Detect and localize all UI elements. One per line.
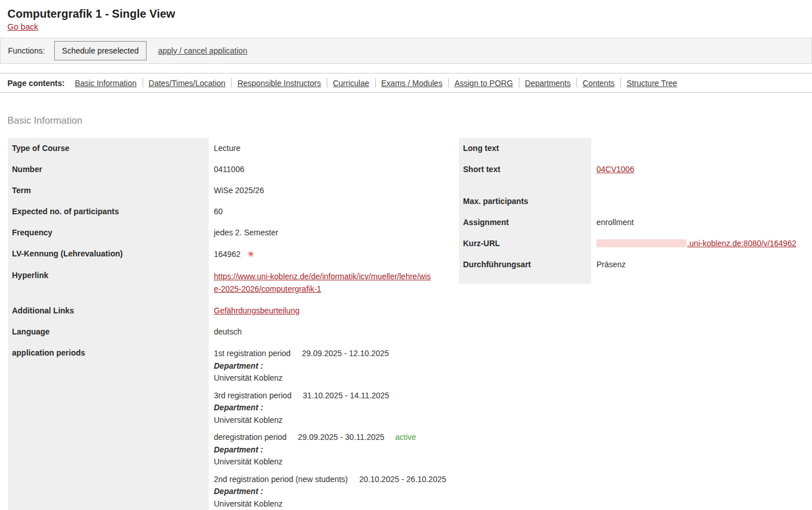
nav-link-contents[interactable]: Contents bbox=[583, 79, 615, 88]
info-row-type-of-course: Type of Course Lecture bbox=[8, 138, 459, 159]
go-back-link[interactable]: Go back bbox=[7, 22, 38, 31]
period-department: Universität Koblenz bbox=[214, 456, 459, 468]
info-row-short-text: Short text 04CV1006 bbox=[459, 159, 812, 180]
row-label: Hyperlink bbox=[8, 265, 209, 300]
row-value: https://www.uni-koblenz.de/de/informatik… bbox=[209, 265, 459, 300]
row-value: Präsenz bbox=[591, 254, 812, 275]
info-row-hyperlink: Hyperlink https://www.uni-koblenz.de/de/… bbox=[8, 265, 459, 300]
additional-link-gefaehrdungsbeurteilung[interactable]: Gefährdungsbeurteilung bbox=[214, 306, 299, 315]
functions-label: Functions: bbox=[8, 46, 45, 55]
application-periods-list: 1st registration period 29.09.2025 - 12.… bbox=[209, 342, 459, 510]
application-period: 3rd registration period 31.10.2025 - 14.… bbox=[214, 390, 459, 427]
period-department: Universität Koblenz bbox=[214, 414, 459, 427]
separator bbox=[576, 78, 577, 88]
evaluation-star-icon[interactable]: ✳ bbox=[247, 249, 255, 259]
period-name: 1st registration period bbox=[214, 349, 291, 358]
info-row-frequency: Frequency jedes 2. Semester bbox=[8, 222, 459, 243]
period-department-label: Department : bbox=[214, 444, 459, 456]
nav-link-structure-tree[interactable]: Structure Tree bbox=[627, 79, 677, 88]
info-row-long-text: Long text bbox=[459, 138, 812, 159]
separator bbox=[143, 78, 143, 88]
row-value: deutsch bbox=[209, 321, 459, 342]
info-row-durchfuehrungsart: Durchführungsart Präsenz bbox=[459, 254, 812, 275]
separator bbox=[327, 78, 327, 88]
period-name: deregistration period bbox=[214, 433, 287, 442]
info-row-max-participants: Max. participants bbox=[459, 191, 812, 212]
info-row-expected-participants: Expected no. of participants 60 bbox=[8, 201, 459, 222]
info-row-application-periods: application periods 1st registration per… bbox=[8, 342, 459, 510]
period-department: Universität Koblenz bbox=[214, 498, 459, 510]
period-dates: 20.10.2025 - 26.10.2025 bbox=[359, 475, 446, 484]
section-heading-basic-information: Basic Information bbox=[7, 115, 812, 127]
info-row-empty bbox=[459, 180, 812, 191]
application-period: 1st registration period 29.09.2025 - 12.… bbox=[214, 348, 459, 385]
row-label: Kurz-URL bbox=[459, 233, 591, 254]
period-department-label: Department : bbox=[214, 485, 459, 498]
nav-link-curriculae[interactable]: Curriculae bbox=[333, 79, 370, 88]
row-label: LV-Kennung (Lehrevaluation) bbox=[8, 243, 209, 265]
separator bbox=[519, 78, 519, 88]
info-row-assignment: Assignment enrollment bbox=[459, 212, 812, 233]
period-name: 2nd registration period (new students) bbox=[214, 475, 348, 484]
row-label: Language bbox=[8, 321, 209, 342]
row-label: Short text bbox=[459, 159, 591, 180]
course-hyperlink[interactable]: https://www.uni-koblenz.de/de/informatik… bbox=[214, 270, 435, 295]
info-row-term: Term WiSe 2025/26 bbox=[8, 180, 459, 201]
short-text-link[interactable]: 04CV1006 bbox=[596, 165, 634, 174]
row-label: Additional Links bbox=[8, 300, 209, 321]
row-value: Gefährdungsbeurteilung bbox=[209, 300, 459, 321]
row-label: Type of Course bbox=[8, 138, 209, 159]
row-label bbox=[459, 180, 591, 191]
row-label: application periods bbox=[8, 342, 209, 510]
application-period: 2nd registration period (new students) 2… bbox=[214, 474, 459, 510]
page-contents-nav: Page contents: Basic Information Dates/T… bbox=[0, 73, 812, 93]
separator bbox=[620, 78, 621, 88]
application-period: deregistration period 29.09.2025 - 30.11… bbox=[214, 431, 459, 468]
page-contents-label: Page contents: bbox=[7, 79, 64, 88]
period-dates: 29.09.2025 - 30.11.2025 bbox=[298, 433, 385, 442]
nav-link-exams-modules[interactable]: Exams / Modules bbox=[381, 79, 442, 88]
row-value: jedes 2. Semester bbox=[209, 222, 459, 243]
row-label: Long text bbox=[459, 138, 591, 159]
info-row-language: Language deutsch bbox=[8, 321, 459, 342]
period-status-active: active bbox=[395, 433, 416, 442]
period-dates: 31.10.2025 - 14.11.2025 bbox=[303, 391, 389, 400]
row-label: Frequency bbox=[8, 222, 209, 243]
row-label: Durchführungsart bbox=[459, 254, 591, 275]
row-value: 04CV1006 bbox=[591, 159, 812, 180]
info-row-additional-links: Additional Links Gefährdungsbeurteilung bbox=[8, 300, 459, 321]
basic-info-right-column: Long text Short text 04CV1006 Max. parti… bbox=[459, 138, 812, 284]
kurz-url-link[interactable]: .uni-koblenz.de:8080/v/164962 bbox=[687, 239, 796, 248]
separator bbox=[375, 78, 376, 88]
nav-link-dates-times-location[interactable]: Dates/Times/Location bbox=[149, 79, 226, 88]
period-department-label: Department : bbox=[214, 360, 459, 373]
info-row-number: Number 0411006 bbox=[8, 159, 459, 180]
basic-information-section: Type of Course Lecture Number 0411006 Te… bbox=[8, 138, 812, 510]
row-value: enrollment bbox=[591, 212, 812, 233]
row-value: 164962 ✳ bbox=[209, 243, 459, 265]
nav-link-responsible-instructors[interactable]: Responsible Instructors bbox=[237, 79, 320, 88]
info-row-lv-kennung: LV-Kennung (Lehrevaluation) 164962 ✳ bbox=[8, 243, 459, 265]
row-value: .uni-koblenz.de:8080/v/164962 bbox=[591, 233, 812, 254]
period-department: Universität Koblenz bbox=[214, 372, 459, 385]
separator bbox=[448, 78, 449, 88]
row-value: WiSe 2025/26 bbox=[209, 180, 459, 201]
nav-link-departments[interactable]: Departments bbox=[525, 79, 571, 88]
period-dates: 29.09.2025 - 12.10.2025 bbox=[302, 349, 389, 358]
schedule-preselected-button[interactable]: Schedule preselected bbox=[54, 41, 147, 60]
row-value bbox=[591, 191, 812, 212]
period-name: 3rd registration period bbox=[214, 391, 291, 400]
row-value: Lecture bbox=[209, 138, 459, 159]
basic-info-left-column: Type of Course Lecture Number 0411006 Te… bbox=[8, 138, 459, 510]
separator bbox=[231, 78, 232, 88]
info-row-kurz-url: Kurz-URL .uni-koblenz.de:8080/v/164962 bbox=[459, 233, 812, 254]
nav-link-basic-information[interactable]: Basic Information bbox=[75, 79, 136, 88]
row-value: 0411006 bbox=[209, 159, 459, 180]
row-value bbox=[591, 138, 812, 159]
nav-link-assign-to-porg[interactable]: Assign to PORG bbox=[454, 79, 513, 88]
row-label: Assignment bbox=[459, 212, 591, 233]
apply-cancel-application-link[interactable]: apply / cancel application bbox=[158, 46, 247, 55]
row-label: Number bbox=[8, 159, 209, 180]
lv-kennung-value: 164962 bbox=[214, 250, 241, 259]
row-value bbox=[591, 180, 812, 191]
